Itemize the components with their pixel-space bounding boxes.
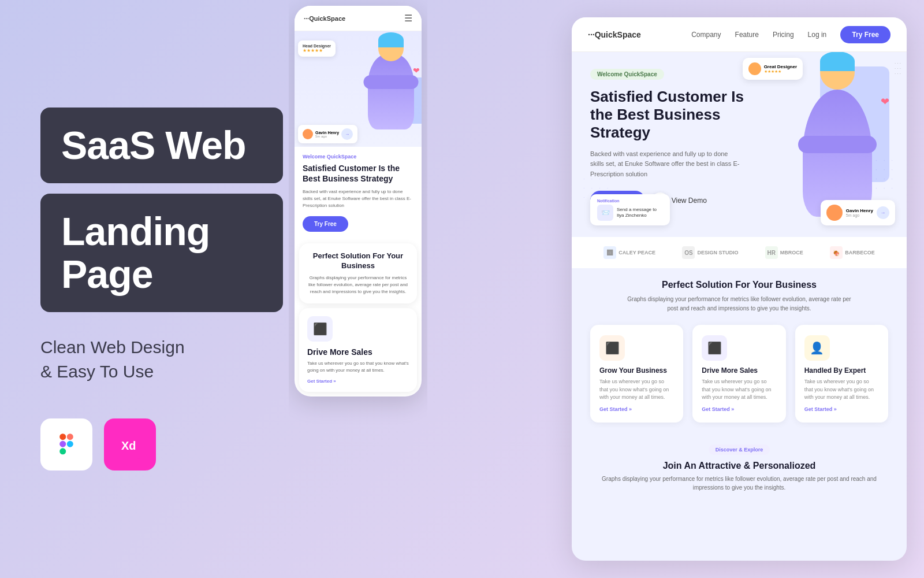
expert-icon: 👤 [804,335,830,361]
mobile-content: Welcome QuickSpace Satisfied Customer Is… [295,147,422,239]
mobile-drive-sales-icon: ⬛ [307,316,333,342]
desktop-mockup: ···QuickSpace Company Feature Pricing Lo… [572,17,907,561]
brands-row: 🅰 CALEY PEACE OS DESIGN STUDIO HR MBROCE… [572,237,907,268]
title-box-1: SaaS Web [40,108,283,183]
mobile-section2-body: Graphs displaying your performance for m… [307,275,409,295]
svg-point-3 [67,441,73,447]
left-section: SaaS Web Landing Page Clean Web Design& … [29,0,295,578]
desktop-nav-links: Company Feature Pricing Log in Try Free [691,26,891,43]
mobile-mockup: ···QuickSpace ☰ ❤ Head Design [289,0,427,578]
svg-rect-4 [59,448,66,454]
grow-link[interactable]: Get Started » [599,406,674,412]
join-body: Graphs displaying your performance for m… [590,475,888,492]
title-box-2: Landing Page [40,194,283,313]
join-title: Join An Attractive & Personaliozed [590,461,888,471]
svg-text:Xd: Xd [121,439,136,452]
mobile-nav: ···QuickSpace ☰ [295,6,422,31]
mobile-float-card-2: Gavin Henry 5m ago → [298,125,357,143]
brand-caley: 🅰 CALEY PEACE [603,246,655,259]
join-content: Discover & Explore Join An Attractive & … [590,443,888,492]
mobile-try-free-button[interactable]: Try Free [303,216,348,232]
desktop-float-notification: Notification 📨 Send a message to Ilya Zi… [590,194,670,225]
solution-card-grow: ⬛ Grow Your Business Take us wherever yo… [590,325,683,423]
drive-body: Take us wherever you go so that you know… [702,378,776,402]
solutions-section: Perfect Solution For Your Business Graph… [572,268,907,434]
mobile-section3: ⬛ Drive More Sales Take us wherever you … [299,308,417,392]
tool-icons: Xd [40,418,283,470]
mobile-section3-title: Drive More Sales [307,347,409,357]
main-title-2: Landing Page [61,210,262,297]
grow-body: Take us wherever you go so that you know… [599,378,674,402]
mobile-heading: Satisfied Customer Is the Best Business … [303,163,413,184]
desktop-logo: ···QuickSpace [588,30,641,39]
nav-login[interactable]: Log in [808,31,827,39]
mobile-get-started-link[interactable]: Get Started » [307,379,409,384]
mobile-welcome: Welcome QuickSpace [303,154,413,160]
desktop-hero: Welcome QuickSpace Satisfied Customer Is… [572,52,907,237]
brand-icon-4: 🍖 [830,246,843,259]
mobile-body: Backed with vast experience and fully up… [303,188,413,209]
mobile-hero-bg: ❤ Head Designer ★★★★★ Gavin Henry 5m ago… [295,31,422,147]
desktop-hero-heading: Satisfied Customer Is the Best Business … [590,88,752,142]
grow-title: Grow Your Business [599,366,674,375]
drive-icon: ⬛ [702,335,727,361]
nav-company[interactable]: Company [691,31,721,39]
solution-card-drive: ⬛ Drive More Sales Take us wherever you … [692,325,785,423]
svg-rect-1 [67,433,73,440]
brand-icon-3: HR [765,246,778,259]
desktop-float-card-gavin: Gavin Henry 5m ago → [821,200,895,225]
desktop-nav: ···QuickSpace Company Feature Pricing Lo… [572,17,907,52]
discover-badge: Discover & Explore [709,444,770,455]
desktop-hero-body: Backed with vast experience and fully up… [590,149,740,180]
figma-icon-box [40,418,92,470]
drive-title: Drive More Sales [702,366,776,375]
hamburger-icon[interactable]: ☰ [404,13,412,24]
desktop-try-free-button[interactable]: Try Free [840,26,891,43]
solutions-body: Graphs displaying your performance for m… [624,295,855,313]
desktop-welcome-badge: Welcome QuickSpace [590,69,664,80]
subtitle: Clean Web Design& Easy To Use [40,335,283,384]
mobile-section2: Perfect Solution For Your Business Graph… [299,243,417,303]
grow-icon: ⬛ [599,335,625,361]
mobile-frame: ···QuickSpace ☰ ❤ Head Design [295,6,422,397]
solution-card-expert: 👤 Handled By Expert Take us wherever you… [795,325,888,423]
mobile-section3-body: Take us wherever you go so that you know… [307,360,409,374]
solutions-grid: ⬛ Grow Your Business Take us wherever yo… [590,325,888,423]
solutions-title: Perfect Solution For Your Business [590,280,888,290]
mobile-float-card-1: Head Designer ★★★★★ [298,40,336,57]
xd-icon-box: Xd [104,418,156,470]
expert-body: Take us wherever you go so that you know… [804,378,879,402]
desktop-float-card-designer: Great Designer ★★★★★ [743,58,803,80]
brand-icon-1: 🅰 [603,246,616,259]
brand-mbroce: HR MBROCE [765,246,803,259]
nav-pricing[interactable]: Pricing [773,31,794,39]
brand-icon-2: OS [682,246,695,259]
brand-barbecoe: 🍖 BARBECOE [830,246,875,259]
drive-link[interactable]: Get Started » [702,406,776,412]
mobile-section2-title: Perfect Solution For Your Business [307,251,409,271]
svg-rect-2 [59,441,66,447]
expert-title: Handled By Expert [804,366,879,375]
main-title-1: SaaS Web [61,124,262,167]
mobile-logo: ···QuickSpace [304,15,345,22]
nav-feature[interactable]: Feature [735,31,759,39]
svg-rect-0 [59,433,66,440]
expert-link[interactable]: Get Started » [804,406,879,412]
brand-design: OS DESIGN STUDIO [682,246,738,259]
join-section: Discover & Explore Join An Attractive & … [572,434,907,492]
character-figure: ❤ [365,31,417,129]
